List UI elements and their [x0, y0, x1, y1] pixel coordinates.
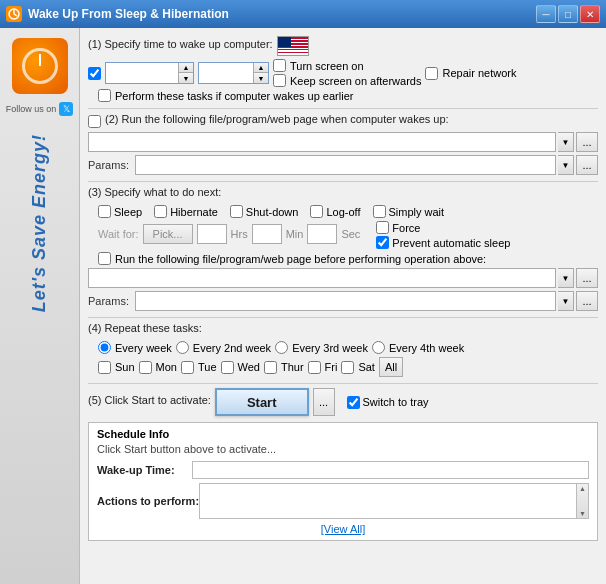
s3-dropdown-arrow[interactable]: ▼ — [558, 268, 574, 288]
scroll-down-btn[interactable]: ▼ — [578, 509, 587, 518]
prevent-sleep-checkbox[interactable] — [376, 236, 389, 249]
wed-checkbox[interactable] — [221, 361, 234, 374]
actions-scrollbar[interactable]: ▲ ▼ — [576, 484, 588, 518]
main-content: (1) Specify time to wake up computer: 20… — [80, 28, 606, 584]
close-button[interactable]: ✕ — [580, 5, 600, 23]
s3-params-arrow[interactable]: ▼ — [558, 291, 574, 311]
sat-checkbox[interactable] — [341, 361, 354, 374]
logoff-label: Log-off — [326, 206, 360, 218]
params-input[interactable] — [135, 155, 556, 175]
force-checkbox[interactable] — [376, 221, 389, 234]
repair-network-label: Repair network — [442, 67, 516, 79]
wed-label: Wed — [238, 361, 260, 373]
simplywait-checkbox[interactable] — [373, 205, 386, 218]
actions-value: ▲ ▼ — [199, 483, 589, 519]
force-label: Force — [392, 222, 420, 234]
min-label: Min — [286, 228, 304, 240]
every-3rd-label: Every 3rd week — [292, 342, 368, 354]
section-1-label: (1) Specify time to wake up computer: — [88, 38, 273, 50]
s3-params-input[interactable] — [135, 291, 556, 311]
start-ellipsis-btn[interactable]: ... — [313, 388, 335, 416]
run-before-checkbox[interactable] — [98, 252, 111, 265]
section-3: (3) Specify what to do next: Sleep Hiber… — [88, 186, 598, 311]
every-4th-label: Every 4th week — [389, 342, 464, 354]
follow-us-row: Follow us on 𝕏 — [6, 102, 74, 116]
perform-tasks-checkbox[interactable] — [98, 89, 111, 102]
sun-checkbox[interactable] — [98, 361, 111, 374]
actions-label: Actions to perform: — [97, 495, 199, 507]
sleep-checkbox[interactable] — [98, 205, 111, 218]
repair-network-checkbox[interactable] — [425, 67, 438, 80]
file-ellipsis-btn[interactable]: ... — [576, 132, 598, 152]
file-dropdown-arrow[interactable]: ▼ — [558, 132, 574, 152]
time-input[interactable]: 9:58:00 — [199, 63, 253, 83]
run-file-checkbox[interactable] — [88, 115, 101, 128]
mon-label: Mon — [156, 361, 177, 373]
every-week-radio[interactable] — [98, 341, 111, 354]
mon-checkbox[interactable] — [139, 361, 152, 374]
min-input[interactable] — [252, 224, 282, 244]
maximize-button[interactable]: □ — [558, 5, 578, 23]
view-all-link[interactable]: [View All] — [321, 523, 365, 535]
section-4: (4) Repeat these tasks: Every week Every… — [88, 322, 598, 377]
shutdown-label: Shut-down — [246, 206, 299, 218]
date-input[interactable]: 2016/ 5/ 4 — [106, 63, 178, 83]
app-logo — [12, 38, 68, 94]
window-controls: ─ □ ✕ — [536, 5, 600, 23]
every-4th-radio[interactable] — [372, 341, 385, 354]
section-1: (1) Specify time to wake up computer: 20… — [88, 36, 598, 102]
sec-label: Sec — [341, 228, 360, 240]
actions-row: Actions to perform: ▲ ▼ — [97, 483, 589, 519]
sleep-label: Sleep — [114, 206, 142, 218]
pick-btn[interactable]: Pick... — [143, 224, 193, 244]
hrs-label: Hrs — [231, 228, 248, 240]
section-4-label: (4) Repeat these tasks: — [88, 322, 202, 334]
section-2-label: (2) Run the following file/program/web p… — [105, 113, 449, 125]
all-days-btn[interactable]: All — [379, 357, 403, 377]
date-checkbox[interactable] — [88, 67, 101, 80]
wake-up-time-value — [192, 461, 589, 479]
section-2: (2) Run the following file/program/web p… — [88, 113, 598, 175]
s3-ellipsis-btn[interactable]: ... — [576, 268, 598, 288]
every-2nd-label: Every 2nd week — [193, 342, 271, 354]
file-input[interactable] — [88, 132, 556, 152]
time-spin-down[interactable]: ▼ — [254, 73, 268, 83]
every-2nd-radio[interactable] — [176, 341, 189, 354]
section-5-label: (5) Click Start to activate: — [88, 394, 211, 406]
logoff-checkbox[interactable] — [310, 205, 323, 218]
tue-label: Tue — [198, 361, 217, 373]
thu-checkbox[interactable] — [264, 361, 277, 374]
fri-label: Fri — [325, 361, 338, 373]
section-3-file-row: ▼ ... — [88, 268, 598, 288]
minimize-button[interactable]: ─ — [536, 5, 556, 23]
section-2-file-row: ▼ ... — [88, 132, 598, 152]
date-spin-down[interactable]: ▼ — [179, 73, 193, 83]
hrs-input[interactable] — [197, 224, 227, 244]
date-field: 2016/ 5/ 4 ▲ ▼ — [105, 62, 194, 84]
params-dropdown-arrow[interactable]: ▼ — [558, 155, 574, 175]
s3-params-ellipsis-btn[interactable]: ... — [576, 291, 598, 311]
hibernate-checkbox[interactable] — [154, 205, 167, 218]
params-ellipsis-btn[interactable]: ... — [576, 155, 598, 175]
turn-screen-on-checkbox[interactable] — [273, 59, 286, 72]
perform-tasks-label: Perform these tasks if computer wakes up… — [115, 90, 353, 102]
sec-input[interactable] — [307, 224, 337, 244]
every-week-label: Every week — [115, 342, 172, 354]
twitter-icon[interactable]: 𝕏 — [59, 102, 73, 116]
section-3-label: (3) Specify what to do next: — [88, 186, 221, 198]
sidebar: Follow us on 𝕏 Let's Save Energy! — [0, 28, 80, 584]
shutdown-checkbox[interactable] — [230, 205, 243, 218]
tue-checkbox[interactable] — [181, 361, 194, 374]
every-3rd-radio[interactable] — [275, 341, 288, 354]
switch-to-tray-checkbox[interactable] — [347, 396, 360, 409]
s3-params-label: Params: — [88, 295, 133, 307]
keep-screen-on-checkbox[interactable] — [273, 74, 286, 87]
turn-on-group: Turn screen on Keep screen on afterwards — [273, 59, 421, 87]
date-spin-up[interactable]: ▲ — [179, 63, 193, 73]
time-spin-up[interactable]: ▲ — [254, 63, 268, 73]
scroll-up-btn[interactable]: ▲ — [578, 484, 587, 493]
fri-checkbox[interactable] — [308, 361, 321, 374]
time-field: 9:58:00 ▲ ▼ — [198, 62, 269, 84]
start-button[interactable]: Start — [215, 388, 309, 416]
s3-file-input[interactable] — [88, 268, 556, 288]
